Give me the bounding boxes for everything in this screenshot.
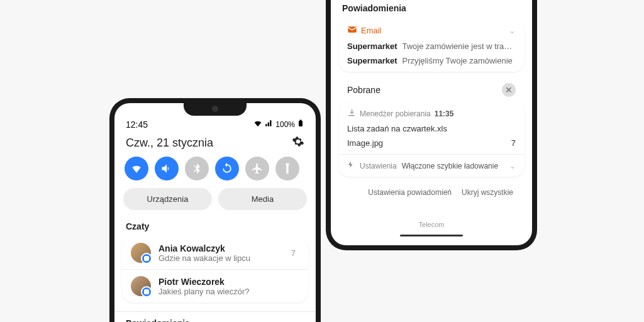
chats-card: Ania Kowalczyk Gdzie na wakacje w lipcu … [122,236,308,303]
signal-icon [265,119,274,130]
chat-item[interactable]: Piotr Wieczorek Jakieś plany na wieczór? [122,269,308,303]
hide-all-link[interactable]: Ukryj wszystkie [462,188,513,197]
messages-app-icon [141,253,152,264]
downloads-card[interactable]: Menedżer pobierania 11:35 Lista zadań na… [338,102,525,177]
svg-rect-2 [144,256,149,261]
battery-text: 100% [275,120,295,129]
notification-settings-link[interactable]: Ustawienia powiadomień [368,188,452,197]
bolt-icon [347,161,355,170]
wifi-toggle[interactable] [125,157,148,180]
battery-icon [297,118,304,130]
svg-rect-3 [144,289,149,294]
notifications-header: Powiadomienia [114,311,316,322]
chat-preview: Gdzie na wakacje w lipcu [158,253,284,263]
download-filename: Image.jpg [347,138,383,148]
svg-rect-1 [300,120,302,121]
phone-right: Powiadomienia Email ⌄ SupermarketTwoje z… [326,0,537,250]
close-icon[interactable]: ✕ [502,83,516,97]
gear-icon[interactable] [292,135,304,150]
chat-name: Piotr Wieczorek [158,277,288,287]
chevron-down-icon[interactable]: ⌄ [509,162,516,170]
avatar [131,276,151,296]
settings-app-label: Ustawienia [360,162,397,170]
sound-toggle[interactable] [155,157,179,180]
phone-left: 12:45 100% Czw., 21 stycznia Urządzenia … [109,98,321,322]
email-app-label: Email [361,26,382,35]
rotation-toggle[interactable] [215,157,239,180]
email-card[interactable]: Email ⌄ SupermarketTwoje zamówienie jest… [338,18,525,72]
email-subject: Przyjęliśmy Twoje zamówienie [402,56,512,65]
messages-app-icon [141,286,152,297]
devices-button[interactable]: Urządzenia [123,188,212,210]
clock: 12:45 [126,119,148,130]
download-time: 11:35 [435,109,454,118]
home-indicator[interactable] [400,235,463,236]
email-subject: Twoje zamówienie jest w trakcie … [402,42,516,51]
charging-notification[interactable]: Ustawienia Włączone szybkie ładowanie ⌄ [338,154,525,177]
date-label: Czw., 21 stycznia [126,136,213,150]
downloads-title: Pobrane [347,85,380,95]
chevron-down-icon[interactable]: ⌄ [509,26,516,35]
mail-icon [347,25,357,36]
flashlight-toggle[interactable] [275,157,299,180]
chat-name: Ania Kowalczyk [158,243,284,253]
download-icon [347,108,356,119]
email-sender: Supermarket [347,56,397,65]
wifi-status-icon [253,118,263,130]
notch [184,103,247,116]
avatar [131,243,151,263]
charging-text: Włączone szybkie ładowanie [402,162,498,170]
notifications-header: Powiadomienia [338,0,525,18]
svg-rect-0 [299,121,303,126]
chats-header: Czaty [114,219,316,236]
bluetooth-toggle[interactable] [185,157,209,180]
chat-count: 7 [291,248,299,258]
download-count: 7 [511,138,516,148]
email-sender: Supermarket [347,42,397,51]
download-manager-label: Menedżer pobierania [360,109,431,118]
carrier-label: Telecom [338,221,525,228]
media-button[interactable]: Media [218,188,307,210]
airplane-toggle[interactable] [245,157,269,180]
chat-preview: Jakieś plany na wieczór? [158,287,288,296]
quick-settings [114,157,316,188]
download-filename: Lista zadań na czwartek.xls [347,124,447,133]
chat-item[interactable]: Ania Kowalczyk Gdzie na wakacje w lipcu … [122,236,308,269]
downloads-group-header: Pobrane ✕ [338,78,525,102]
